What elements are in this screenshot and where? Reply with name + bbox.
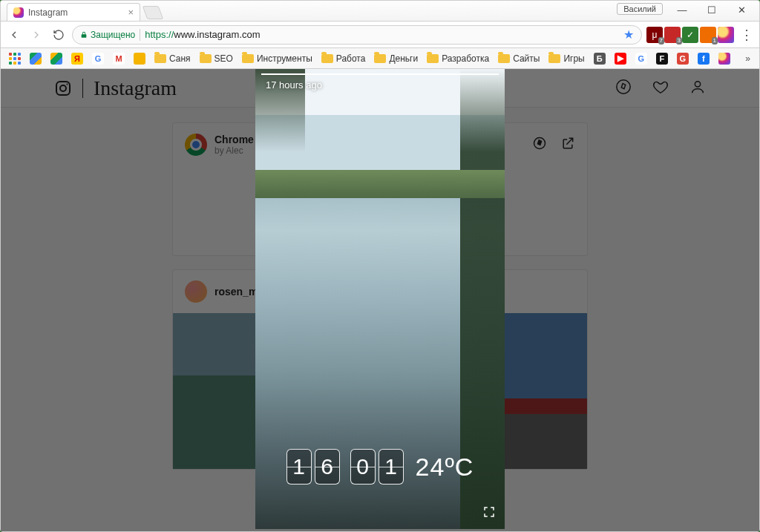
extension-adguard-icon[interactable]: ✓ [682, 27, 698, 43]
bookmark-gdrive-icon[interactable] [26, 51, 45, 66]
toolbar: Защищено https://www.instagram.com ★ μ73… [1, 22, 759, 48]
bookmark-yandex-icon[interactable]: Я [68, 51, 87, 66]
bookmark-folder-label: Игры [563, 53, 584, 64]
bookmark-folder-label: Работа [336, 53, 366, 64]
secure-badge: Защищено [80, 30, 135, 40]
extensions-row: μ73✓1 [646, 27, 734, 43]
bookmark-folder[interactable]: Работа [318, 52, 370, 65]
extension-ext-orange-icon[interactable]: 1 [700, 27, 716, 43]
bookmark-folder-label: Сайты [513, 53, 540, 64]
instagram-favicon-icon [13, 7, 24, 18]
omnibox[interactable]: Защищено https://www.instagram.com ★ [72, 25, 642, 45]
bookmark-folder[interactable]: Инструменты [238, 52, 316, 65]
secure-label: Защищено [91, 30, 135, 40]
bookmark-folder-label: SEO [214, 53, 233, 64]
profile-badge[interactable]: Василий [617, 3, 663, 15]
bookmark-folder[interactable]: Сайты [494, 52, 543, 65]
page-content: Instagram Chrome by Alec [1, 69, 759, 531]
extension-ext-red-icon[interactable]: 3 [664, 27, 681, 43]
window-maximize-button[interactable]: ☐ [697, 1, 727, 19]
clock-digit: 1 [379, 449, 404, 485]
bookmark-b-icon[interactable]: Б [590, 51, 609, 66]
bookmark-google-icon[interactable]: G [88, 51, 108, 66]
clock-digit: 0 [350, 449, 376, 485]
window-minimize-button[interactable]: — [667, 1, 697, 19]
bookmark-google2-icon[interactable]: G [632, 51, 651, 66]
bookmark-folder-label: Инструменты [257, 53, 312, 64]
bookmark-fb-icon[interactable]: f [694, 51, 713, 66]
tab-title: Instagram [28, 7, 68, 18]
browser-window: Instagram × Василий — ☐ ✕ Защищено [0, 0, 760, 532]
story-viewer[interactable]: 17 hours ago 1601 24ºC [255, 69, 505, 529]
extension-ublock-icon[interactable]: μ7 [646, 27, 663, 43]
fullscreen-button[interactable] [482, 505, 496, 522]
bookmark-folder[interactable]: Деньги [370, 52, 422, 65]
tab-close-icon[interactable]: × [128, 7, 134, 17]
bookmark-youtube-icon[interactable]: ▶ [611, 51, 630, 66]
temperature-widget: 24ºC [416, 453, 474, 482]
bookmark-folder-label: Саня [169, 53, 191, 64]
bookmark-gplus-icon[interactable]: G [673, 51, 692, 66]
bookmark-note-icon[interactable] [130, 51, 149, 66]
bookmark-folder[interactable]: Игры [545, 52, 588, 65]
nav-reload-button[interactable] [50, 26, 68, 44]
bookmark-folder-label: Деньги [389, 53, 418, 64]
nav-back-button[interactable] [5, 26, 23, 44]
nav-forward-button[interactable] [27, 26, 45, 44]
story-widgets: 1601 24ºC [255, 449, 505, 485]
bookmark-gdrive2-icon[interactable] [47, 51, 66, 66]
bookmark-folder[interactable]: SEO [196, 52, 237, 65]
bookmark-f-icon[interactable]: F [652, 51, 672, 66]
bookmarks-overflow-button[interactable]: » [741, 53, 755, 64]
titlebar: Instagram × Василий — ☐ ✕ [1, 1, 759, 22]
bookmark-ig-icon[interactable] [715, 51, 734, 66]
clock-widget: 1601 [286, 449, 404, 485]
bookmark-folder[interactable]: Саня [151, 52, 194, 65]
story-progress-bar [261, 73, 499, 75]
apps-launcher-icon[interactable] [5, 51, 24, 66]
clock-digit: 1 [286, 449, 312, 485]
window-close-button[interactable]: ✕ [727, 1, 756, 19]
bookmark-star-icon[interactable]: ★ [623, 27, 634, 42]
browser-tab[interactable]: Instagram × [7, 3, 140, 21]
story-timestamp: 17 hours ago [266, 79, 322, 91]
chrome-menu-button[interactable]: ⋮ [738, 27, 755, 43]
bookmarks-bar: ЯGMСаняSEOИнструментыРаботаДеньгиРазрабо… [1, 48, 759, 69]
clock-digit: 6 [315, 449, 340, 485]
bookmark-folder[interactable]: Разработка [423, 52, 493, 65]
new-tab-button[interactable] [142, 6, 164, 19]
bookmark-folder-label: Разработка [442, 53, 489, 64]
omnibox-url: https://www.instagram.com [145, 29, 260, 40]
extension-ig-ext-icon[interactable] [718, 27, 734, 43]
omnibox-separator [140, 29, 140, 41]
bookmark-gmail-icon[interactable]: M [109, 51, 128, 66]
